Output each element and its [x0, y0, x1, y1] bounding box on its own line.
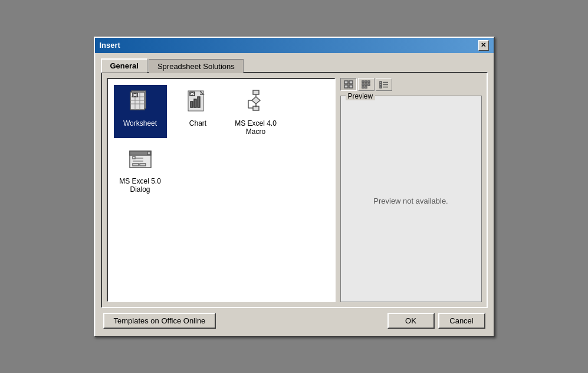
tab-bar: General Spreadsheet Solutions — [101, 58, 488, 72]
svg-rect-43 — [368, 84, 370, 86]
icon-dialog[interactable]: MS Excel 5.0 Dialog — [114, 143, 167, 196]
chart-icon-graphic — [183, 87, 213, 117]
icon-macro[interactable]: MS Excel 4.0 Macro — [229, 85, 282, 138]
preview-panel: Preview Preview not available. — [340, 78, 482, 302]
svg-rect-31 — [140, 163, 146, 166]
svg-rect-34 — [344, 81, 348, 84]
bottom-bar: Templates on Office Online OK Cancel — [101, 308, 488, 330]
worksheet-icon-graphic — [126, 87, 155, 117]
svg-rect-38 — [362, 81, 364, 83]
svg-rect-11 — [190, 102, 193, 107]
svg-rect-39 — [365, 81, 367, 83]
svg-rect-12 — [194, 99, 196, 107]
insert-dialog: Insert ✕ General Spreadsheet Solutions — [94, 37, 495, 337]
svg-rect-45 — [365, 87, 367, 89]
svg-rect-50 — [380, 86, 382, 88]
preview-no-preview-text: Preview not available. — [373, 197, 448, 205]
macro-icon-graphic — [241, 87, 271, 117]
icons-panel: Worksheet — [107, 78, 336, 302]
large-icon-view-button[interactable] — [340, 78, 357, 91]
preview-box: Preview Preview not available. — [340, 96, 482, 302]
dialog-body: General Spreadsheet Solutions — [95, 53, 494, 336]
svg-rect-35 — [349, 81, 353, 84]
macro-label: MS Excel 4.0 Macro — [232, 119, 280, 136]
title-bar: Insert ✕ — [95, 38, 494, 53]
small-icon-view-button[interactable] — [358, 78, 375, 91]
tab-spreadsheet-solutions[interactable]: Spreadsheet Solutions — [149, 59, 244, 73]
svg-rect-46 — [380, 81, 382, 83]
chart-label: Chart — [189, 119, 206, 127]
tab-general[interactable]: General — [101, 58, 147, 73]
icon-worksheet[interactable]: Worksheet — [114, 85, 167, 138]
icon-chart[interactable]: Chart — [172, 85, 225, 138]
preview-content: Preview not available. — [341, 101, 481, 302]
content-area: Worksheet — [101, 72, 488, 308]
svg-rect-37 — [349, 85, 353, 88]
svg-rect-36 — [344, 85, 348, 88]
svg-rect-27 — [147, 152, 150, 155]
worksheet-label: Worksheet — [123, 119, 157, 127]
svg-rect-40 — [368, 81, 370, 83]
dialog-icon-graphic — [126, 145, 155, 175]
ok-button[interactable]: OK — [387, 313, 435, 329]
right-buttons: OK Cancel — [387, 313, 485, 329]
svg-marker-19 — [252, 97, 260, 104]
svg-rect-42 — [365, 84, 367, 86]
cancel-button[interactable]: Cancel — [438, 313, 485, 329]
svg-rect-44 — [362, 87, 364, 89]
view-buttons — [340, 78, 482, 91]
svg-rect-32 — [133, 156, 135, 159]
svg-rect-30 — [133, 163, 139, 166]
svg-rect-48 — [380, 84, 382, 86]
dialog-title: Insert — [100, 41, 120, 50]
preview-legend: Preview — [346, 92, 376, 100]
svg-rect-17 — [253, 90, 259, 94]
close-button[interactable]: ✕ — [478, 40, 489, 51]
svg-rect-13 — [198, 97, 200, 107]
svg-rect-41 — [362, 84, 364, 86]
templates-online-button[interactable]: Templates on Office Online — [103, 313, 216, 329]
list-view-button[interactable] — [376, 78, 392, 91]
dialog-label: MS Excel 5.0 Dialog — [116, 177, 165, 194]
